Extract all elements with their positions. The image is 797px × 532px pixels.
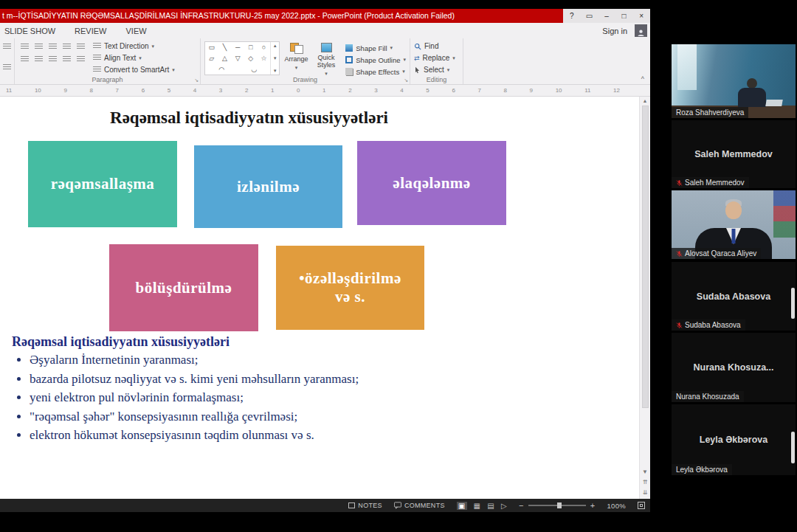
shape-fill-button[interactable]: Shape Fill ▾ <box>345 44 406 52</box>
slide-subheading[interactable]: Rəqəmsal iqtisadiyyatın xüsusiyyətləri <box>12 334 230 350</box>
gallery-down-icon[interactable]: ▼ <box>273 56 277 61</box>
close-button[interactable]: × <box>632 9 650 23</box>
align-center-button[interactable] <box>32 54 45 64</box>
zoom-slider[interactable] <box>528 505 586 506</box>
zoom-in-button[interactable]: + <box>590 501 596 510</box>
shape-option[interactable]: △ <box>219 55 230 62</box>
find-button[interactable]: Find <box>414 41 459 51</box>
slideshow-button[interactable]: ▷ <box>501 502 507 510</box>
collapse-ribbon-button[interactable]: ^ <box>641 75 644 83</box>
slide-title[interactable]: Rəqəmsal iqtisadiyyatın xüsusiyyətləri <box>41 108 458 128</box>
notes-icon <box>348 502 355 508</box>
line-spacing-button[interactable] <box>75 41 87 52</box>
person-icon <box>637 29 645 37</box>
slide-scrollbar[interactable]: ▲ ▼ ⇈ ⇊ <box>639 97 650 499</box>
replace-button[interactable]: ⇄ Replace ▾ <box>414 53 459 63</box>
zoom-slider-thumb[interactable] <box>557 502 562 508</box>
next-slide-icon[interactable]: ⇊ <box>643 489 648 496</box>
participants-scrollbar-thumb[interactable] <box>791 288 795 319</box>
account-icon[interactable] <box>635 24 647 37</box>
shape-outline-icon <box>345 56 353 63</box>
convert-to-smartart-button[interactable]: Convert to SmartArt ▾ <box>93 65 175 75</box>
sign-in-link[interactable]: Sign in <box>602 27 627 35</box>
tab-review[interactable]: REVIEW <box>75 27 106 35</box>
arrange-button[interactable]: Arrange ▾ <box>283 41 309 77</box>
participant-tile-roza[interactable]: Roza Shahverdiyeva <box>672 44 796 118</box>
justify-button[interactable] <box>61 54 73 64</box>
chevron-down-icon: ▾ <box>139 55 142 61</box>
scrollbar-thumb[interactable] <box>642 106 649 408</box>
ribbon: Text Direction ▾ Align Text ▾ Convert to… <box>0 38 650 85</box>
notes-button[interactable]: NOTES <box>348 502 382 509</box>
normal-view-button[interactable]: ▣ <box>457 502 467 510</box>
select-button[interactable]: Select ▾ <box>414 65 459 75</box>
minimize-button[interactable]: – <box>598 9 615 23</box>
participant-tile-saleh[interactable]: Saleh Memmedov Saleh Memmedov <box>672 120 796 188</box>
participant-tile-alovsat[interactable]: Alovsat Qaraca Aliyev <box>672 190 796 259</box>
slide-shape-reqemsallasma[interactable]: rəqəmsallaşma <box>28 141 177 227</box>
slide-bullet-list[interactable]: Əşyaların İnternetinin yaranması;bazarda… <box>16 350 533 445</box>
previous-slide-icon[interactable]: ⇈ <box>643 479 648 486</box>
indent-increase-button[interactable] <box>61 41 73 52</box>
shape-outline-button[interactable]: Shape Outline ▾ <box>345 55 406 64</box>
tab-slide-show[interactable]: SLIDE SHOW <box>4 27 55 35</box>
shape-effects-button[interactable]: Shape Effects ▾ <box>345 67 406 76</box>
tab-view[interactable]: VIEW <box>125 27 146 35</box>
slide-shape-izlenilme[interactable]: izlənilmə <box>194 145 342 228</box>
shape-gallery-scrollbar[interactable]: ▲ ▼ ▼ <box>270 42 279 75</box>
shape-option[interactable]: ╲ <box>219 44 230 51</box>
indent-decrease-button[interactable] <box>46 41 59 52</box>
slide-shape-ozellesdirilme[interactable]: •özəlləşdirilmə və s. <box>276 246 424 330</box>
shape-option[interactable]: ▭ <box>206 44 217 51</box>
drawing-dialog-launcher[interactable]: ↘ <box>404 77 408 83</box>
shape-gallery[interactable]: ▭╲─□○▱△▽◇☆◠◡ ▲ ▼ ▼ <box>204 41 280 75</box>
paste-button[interactable] <box>1 41 13 52</box>
gallery-more-icon[interactable]: ▼ <box>273 69 277 73</box>
numbering-button[interactable] <box>32 41 45 52</box>
slide-sorter-view-button[interactable]: ▦ <box>474 502 481 510</box>
ruler-mark: 12 <box>613 87 620 94</box>
participant-tile-leyla[interactable]: Leyla Əkbərova Leyla Əkbərova <box>672 404 796 475</box>
help-icon[interactable]: ? <box>563 9 581 23</box>
comments-button[interactable]: COMMENTS <box>394 502 445 509</box>
bullets-button[interactable] <box>18 41 31 52</box>
muted-mic-icon <box>676 250 683 258</box>
shape-option[interactable]: ◡ <box>249 66 260 73</box>
shape-option[interactable]: □ <box>245 44 256 51</box>
format-painter-button[interactable] <box>1 62 13 72</box>
shape-option[interactable]: ─ <box>232 44 244 51</box>
scroll-down-icon[interactable]: ▼ <box>642 469 648 475</box>
paragraph-dialog-launcher[interactable]: ↘ <box>194 77 199 83</box>
slide-shape-elaqelenme[interactable]: əlaqələnmə <box>357 141 506 225</box>
participant-tile-sudaba[interactable]: Sudaba Abasova Sudaba Abasova <box>672 262 796 331</box>
text-direction-icon <box>93 43 101 49</box>
participants-scrollbar-thumb[interactable] <box>791 432 795 463</box>
slide-shape-bolusdurulme[interactable]: bölüşdürülmə <box>109 244 258 331</box>
ribbon-display-options-icon[interactable]: ▭ <box>581 9 598 23</box>
ribbon-group-paragraph: Text Direction ▾ Align Text ▾ Convert to… <box>15 38 201 84</box>
align-right-button[interactable] <box>46 54 59 64</box>
shape-option[interactable]: ○ <box>258 44 269 51</box>
participant-tile-nurana[interactable]: Nurana Khosuza... Nurana Khosuzada <box>672 333 796 402</box>
shape-option[interactable]: ◇ <box>245 55 256 62</box>
slide-canvas: Rəqəmsal iqtisadiyyatın xüsusiyyətləri r… <box>0 97 650 499</box>
gallery-up-icon[interactable]: ▲ <box>273 44 277 48</box>
ruler-mark: 10 <box>35 87 41 94</box>
fit-slide-to-window-button[interactable] <box>638 502 645 509</box>
align-text-button[interactable]: Align Text ▾ <box>93 53 175 63</box>
quick-styles-button[interactable]: Quick Styles ▾ <box>313 41 339 77</box>
shape-option[interactable]: ☆ <box>258 55 269 62</box>
reading-view-button[interactable]: ▤ <box>487 502 494 510</box>
restore-button[interactable]: □ <box>615 9 633 23</box>
shape-option[interactable]: ▽ <box>232 55 244 62</box>
ribbon-group-clipboard-cut <box>0 38 15 84</box>
zoom-out-button[interactable]: − <box>519 501 524 510</box>
zoom-level[interactable]: 100% <box>607 502 627 510</box>
shape-option[interactable]: ▱ <box>206 55 217 62</box>
align-left-button[interactable] <box>18 54 31 64</box>
columns-button[interactable] <box>75 54 87 64</box>
shape-option[interactable]: ◠ <box>216 66 227 73</box>
text-direction-button[interactable]: Text Direction ▾ <box>93 41 175 51</box>
ruler-mark: 4 <box>400 87 403 94</box>
scroll-up-icon[interactable]: ▲ <box>643 98 648 103</box>
